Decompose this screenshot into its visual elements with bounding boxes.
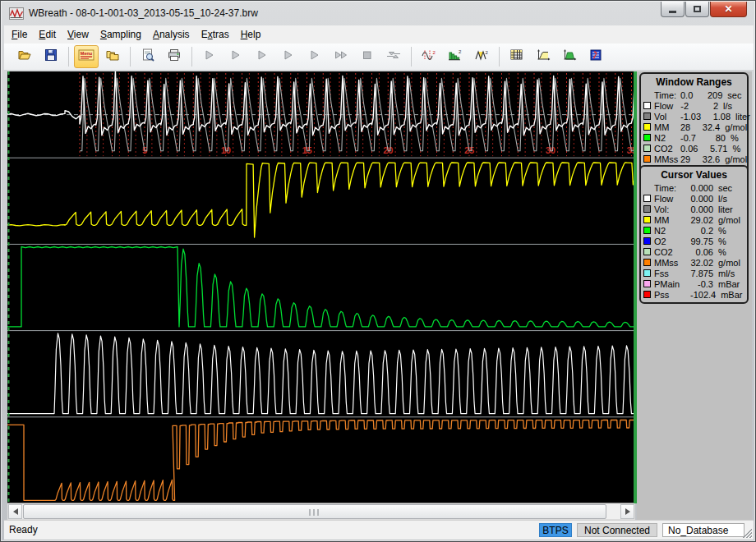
play-3-button[interactable] — [250, 45, 274, 68]
channel-color-swatch — [643, 195, 651, 202]
area-plot-button[interactable] — [557, 45, 582, 68]
row-unit: mBar — [717, 290, 747, 300]
row-unit: liter — [715, 204, 744, 214]
channel-color-swatch — [643, 155, 651, 163]
row-value: 28 — [680, 122, 692, 132]
close-icon: ✕ — [724, 4, 732, 14]
connection-status: Not Connected — [577, 523, 657, 537]
scrollbar-thumb[interactable] — [23, 504, 606, 519]
step-button[interactable] — [381, 45, 406, 68]
window-ranges-row-n2: N2-0.780% — [641, 132, 747, 143]
play-4-button[interactable] — [276, 45, 301, 68]
menu-view[interactable]: View — [62, 26, 94, 43]
row-value: -102.4 — [690, 290, 717, 300]
row-value: 5.71 — [699, 144, 729, 154]
fast-forward-button[interactable] — [329, 45, 353, 68]
plot-green-icon — [562, 48, 577, 65]
window-controls: ✕ — [660, 2, 747, 17]
menu-edit[interactable]: Edit — [33, 26, 62, 43]
save-button[interactable] — [39, 45, 63, 68]
svg-text:2: 2 — [486, 50, 489, 55]
copy-pages-button[interactable] — [100, 45, 125, 68]
folders-icon — [105, 48, 120, 65]
channel-color-swatch — [643, 269, 651, 277]
cursor-values-row-pmain: PMain-0.3mBar — [641, 278, 747, 289]
horizontal-scrollbar[interactable] — [7, 503, 635, 520]
breath-detection-button[interactable]: 2 — [417, 45, 441, 68]
stop-button[interactable] — [355, 45, 380, 68]
row-value: 32.4 — [692, 122, 721, 132]
fast-forward-icon — [334, 48, 348, 65]
row-value: 0.000 — [690, 183, 715, 193]
row-value: 1.08 — [703, 112, 732, 122]
channel-color-swatch — [643, 205, 651, 213]
cursor-values-row-n2: N20.2% — [641, 225, 747, 236]
row-value: -0.3 — [690, 279, 715, 289]
menu-panel-toggle-button[interactable]: Menu — [74, 45, 99, 68]
open-button[interactable] — [12, 45, 37, 68]
cursor-values-row-mm: MM29.02g/mol — [641, 214, 747, 225]
row-unit: g/mol — [721, 122, 746, 132]
cursor-values-title: Cursor Values — [641, 169, 747, 181]
row-unit: % — [715, 226, 744, 236]
row-unit: l/s — [715, 194, 744, 204]
mmss-trace — [7, 420, 634, 501]
menu-help[interactable]: Help — [235, 26, 267, 43]
play-5-button[interactable] — [302, 45, 327, 68]
titlebar[interactable]: WBreath - 08-0-1-001-03_2013-05-15_10-24… — [2, 2, 754, 25]
play-2-button[interactable] — [224, 45, 248, 68]
cursor-values-row-time: Time:0.000sec — [641, 182, 747, 193]
channel-color-swatch — [643, 291, 651, 298]
play-icon — [202, 48, 217, 65]
play-1-button[interactable] — [197, 45, 222, 68]
waveform-area[interactable]: 5101520253035 — [7, 71, 634, 503]
channel-color-swatch — [643, 259, 651, 266]
play-icon — [281, 48, 296, 65]
print-preview-icon — [141, 48, 155, 65]
row-value: -0.7 — [680, 133, 698, 143]
scroll-left-button[interactable] — [8, 504, 22, 519]
row-label: N2 — [654, 133, 680, 143]
curve-plot-button[interactable] — [531, 45, 555, 68]
toolbar-separator — [68, 47, 69, 67]
menu-extras[interactable]: Extras — [196, 26, 235, 43]
save-icon — [44, 48, 58, 65]
sort-icon — [588, 48, 603, 65]
resize-grip[interactable] — [741, 527, 752, 538]
row-unit: l/s — [720, 101, 744, 111]
peaks-analysis-button[interactable]: 2 — [469, 45, 494, 68]
protocol-button[interactable] — [583, 45, 608, 68]
row-value: 209 — [694, 90, 724, 100]
menu-file[interactable]: File — [6, 26, 33, 43]
row-label: Flow — [654, 101, 680, 111]
menu-sampling[interactable]: Sampling — [94, 26, 147, 43]
menu-analysis[interactable]: Analysis — [147, 26, 196, 43]
channel-color-swatch — [643, 123, 651, 131]
row-label: Vol: — [654, 204, 690, 214]
minimize-button[interactable] — [661, 2, 685, 17]
results-table-button[interactable] — [505, 45, 529, 68]
row-label: Flow — [654, 194, 690, 204]
row-value: -1.03 — [680, 112, 703, 122]
row-value: 0.06 — [690, 247, 715, 257]
row-label: Pss — [654, 290, 690, 300]
plot-yellow-icon — [536, 48, 551, 65]
breath-number: 35 — [626, 145, 634, 155]
side-panel: Window Ranges Time:0.0209secFlow-22l/sVo… — [637, 71, 752, 520]
row-label: N2 — [654, 226, 690, 236]
row-unit: sec — [715, 183, 744, 193]
n2-trace — [7, 247, 634, 327]
svg-text:Menu: Menu — [81, 51, 92, 56]
row-value: 32.6 — [692, 154, 721, 164]
print-button[interactable] — [162, 45, 187, 68]
scroll-right-button[interactable] — [620, 504, 634, 519]
row-unit: % — [729, 144, 754, 154]
cursor-values-row-co2: CO20.06% — [641, 246, 747, 257]
maximize-button[interactable] — [685, 2, 709, 17]
histogram-analysis-button[interactable]: 2 — [443, 45, 468, 68]
close-button[interactable]: ✕ — [710, 2, 747, 17]
row-label: Time: — [654, 90, 680, 100]
play-icon — [255, 48, 270, 65]
row-value: 29.02 — [690, 215, 715, 225]
print-preview-button[interactable] — [136, 45, 160, 68]
